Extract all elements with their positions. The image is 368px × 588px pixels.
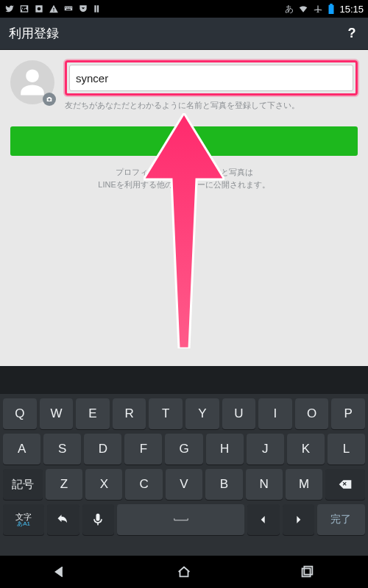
cursor-left-key[interactable] <box>247 504 279 535</box>
soft-keyboard: QWERTYUIOP ASDFGHJKL 記号 ZXCVBNM 文字 あA1 <box>0 366 368 556</box>
key-s[interactable]: S <box>43 434 81 465</box>
key-k[interactable]: K <box>287 434 325 465</box>
ime-indicator: あ <box>285 3 294 15</box>
battery-icon <box>328 4 335 14</box>
app-header: 利用登録 ? <box>0 18 368 50</box>
backspace-key[interactable] <box>325 469 365 500</box>
mode-switch-key[interactable]: 文字 あA1 <box>3 504 44 535</box>
page-title: 利用登録 <box>9 25 344 42</box>
instagram-icon <box>34 4 44 14</box>
key-n[interactable]: N <box>246 469 283 500</box>
symbol-key[interactable]: 記号 <box>3 469 43 500</box>
key-q[interactable]: Q <box>3 398 37 429</box>
key-j[interactable]: J <box>247 434 284 465</box>
register-button[interactable]: 登録 <box>10 126 358 156</box>
key-m[interactable]: M <box>286 469 322 500</box>
key-l[interactable]: L <box>328 434 365 465</box>
android-statusbar: あ 15:15 <box>0 0 368 18</box>
suggestion-bar <box>0 366 368 394</box>
avatar-uploader[interactable] <box>10 60 57 107</box>
overflow-icon <box>93 4 103 14</box>
clock-text: 15:15 <box>339 4 364 15</box>
recents-nav-button[interactable] <box>289 561 325 583</box>
back-nav-button[interactable] <box>43 561 79 583</box>
name-hint: 友だちがあなただとわかるように名前と写真を登録して下さい。 <box>65 100 358 110</box>
cursor-right-key[interactable] <box>283 504 314 535</box>
key-e[interactable]: E <box>76 398 110 429</box>
key-w[interactable]: W <box>40 398 74 429</box>
warning-icon <box>49 4 59 14</box>
key-i[interactable]: I <box>258 398 292 429</box>
name-input[interactable] <box>69 65 353 91</box>
svg-rect-0 <box>302 568 310 576</box>
key-r[interactable]: R <box>113 398 146 429</box>
airplane-icon <box>313 4 323 14</box>
key-u[interactable]: U <box>222 398 256 429</box>
twitter-icon <box>4 4 15 14</box>
key-a[interactable]: A <box>3 434 40 465</box>
note-line1: プロフィールに登録した名前と写真は <box>116 168 253 176</box>
image-icon <box>19 4 29 14</box>
key-p[interactable]: P <box>331 398 365 429</box>
key-b[interactable]: B <box>205 469 242 500</box>
key-v[interactable]: V <box>166 469 202 500</box>
key-z[interactable]: Z <box>46 469 82 500</box>
undo-key[interactable] <box>47 504 79 535</box>
disclosure-note: プロフィールに登録した名前と写真は LINEを利用する他のユーザーに公開されます… <box>10 166 358 190</box>
mic-key[interactable] <box>82 504 114 535</box>
pocket-icon <box>78 4 88 14</box>
key-t[interactable]: T <box>149 398 183 429</box>
wifi-icon <box>298 4 308 14</box>
key-g[interactable]: G <box>165 434 202 465</box>
keyboard-small-icon <box>63 4 74 14</box>
annotation-highlight <box>65 60 358 96</box>
home-nav-button[interactable] <box>166 561 202 583</box>
space-key[interactable] <box>117 504 244 535</box>
key-x[interactable]: X <box>85 469 122 500</box>
key-c[interactable]: C <box>125 469 162 500</box>
key-d[interactable]: D <box>84 434 121 465</box>
android-navbar <box>0 556 368 588</box>
help-button[interactable]: ? <box>344 26 359 41</box>
camera-icon <box>43 93 56 106</box>
key-h[interactable]: H <box>206 434 244 465</box>
note-line2: LINEを利用する他のユーザーに公開されます。 <box>98 180 269 189</box>
key-f[interactable]: F <box>124 434 162 465</box>
svg-rect-1 <box>304 567 312 575</box>
key-y[interactable]: Y <box>185 398 219 429</box>
done-key[interactable]: 完了 <box>317 504 365 535</box>
content-area: 友だちがあなただとわかるように名前と写真を登録して下さい。 登録 プロフィールに… <box>0 50 368 366</box>
key-o[interactable]: O <box>295 398 329 429</box>
